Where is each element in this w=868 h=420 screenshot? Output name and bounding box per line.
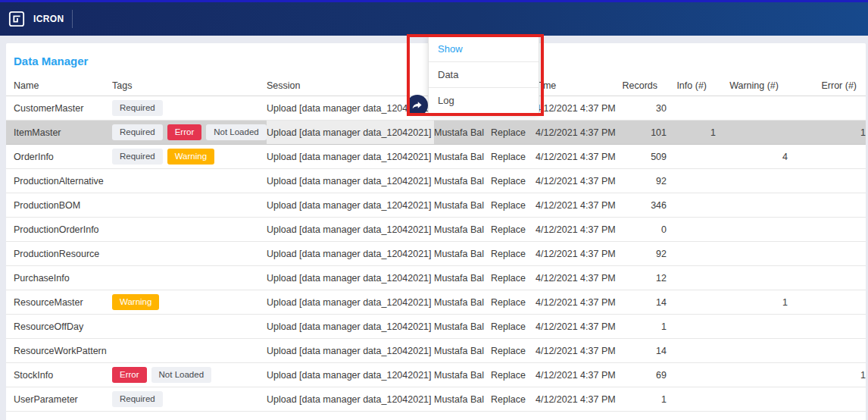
- table-row[interactable]: ProductionBOMUpload [data manager data_1…: [6, 193, 866, 218]
- cell-info: 1: [667, 127, 716, 138]
- table-row[interactable]: ResourceOffDayUpload [data manager data_…: [6, 315, 866, 339]
- tag-badge: Required: [112, 391, 163, 407]
- cell-time: 4/12/2021 4:37 PM: [535, 103, 621, 114]
- cell-time: 4/12/2021 4:37 PM: [535, 297, 621, 308]
- cell-time: 4/12/2021 4:37 PM: [535, 127, 621, 138]
- cell-records: 509: [621, 152, 667, 162]
- cell-user: Mustafa Bal: [434, 321, 491, 332]
- cell-records: 346: [621, 200, 667, 211]
- cell-records: 92: [621, 176, 667, 186]
- table-row[interactable]: ProductionAlternativeUpload [data manage…: [6, 169, 866, 193]
- menu-item-data[interactable]: Data: [429, 61, 539, 87]
- cell-mode: Replace: [491, 176, 535, 186]
- cell-tags: Warning: [112, 294, 267, 310]
- tag-badge: Not Loaded: [206, 124, 266, 140]
- column-header-warning[interactable]: Warning (#): [716, 80, 788, 91]
- column-header-records[interactable]: Records: [621, 80, 667, 91]
- table-row[interactable]: ResourceWorkPatternUpload [data manager …: [6, 339, 866, 363]
- column-header-error[interactable]: Error (#): [788, 80, 866, 91]
- cell-time: 4/12/2021 4:37 PM: [535, 394, 621, 405]
- cell-user: Mustafa Bal: [434, 394, 491, 405]
- tag-badge: Error: [112, 367, 147, 383]
- cell-warning: 4: [716, 152, 788, 162]
- cell-time: 4/12/2021 4:37 PM: [535, 273, 621, 284]
- tag-badge: Error: [167, 124, 202, 140]
- cell-mode: Replace: [491, 297, 535, 308]
- cell-records: 101: [621, 127, 667, 138]
- cell-user: Mustafa Bal: [434, 297, 491, 308]
- tag-badge: Not Loaded: [151, 367, 211, 383]
- cell-session: Upload [data manager data_12042021]: [267, 321, 434, 332]
- cell-name: ResourceWorkPattern: [14, 346, 112, 356]
- column-header-info[interactable]: Info (#): [667, 80, 716, 91]
- table-row[interactable]: StockInfoErrorNot LoadedUpload [data man…: [6, 363, 866, 387]
- cell-mode: Replace: [491, 249, 535, 259]
- top-navbar: ICRON: [0, 0, 868, 36]
- cell-tags: RequiredErrorNot Loaded: [112, 124, 267, 140]
- cell-tags: Required: [112, 100, 267, 116]
- cell-user: Mustafa Bal: [434, 346, 491, 356]
- cell-records: 1: [621, 394, 667, 405]
- cell-error: 1: [788, 127, 866, 138]
- cell-user: Mustafa Bal: [434, 370, 491, 381]
- cell-session: Upload [data manager data_12042021]: [267, 224, 434, 235]
- cell-session: Upload [data manager data_12042021]: [267, 200, 434, 211]
- cell-time: 4/12/2021 4:37 PM: [535, 200, 621, 211]
- menu-item-log[interactable]: Log: [429, 87, 539, 113]
- cell-session: Upload [data manager data_12042021]: [267, 297, 434, 308]
- cell-session: Upload [data manager data_12042021]: [267, 152, 434, 162]
- icron-logo-icon: [8, 10, 26, 28]
- tag-badge: Warning: [167, 149, 214, 165]
- context-menu: ShowDataLog: [428, 36, 539, 114]
- cell-tags: RequiredWarning: [112, 149, 267, 165]
- cell-name: ResourceOffDay: [14, 321, 112, 332]
- table-row[interactable]: PurchaseInfoUpload [data manager data_12…: [6, 266, 866, 290]
- table-body: CustomerMasterRequiredUpload [data manag…: [6, 96, 866, 412]
- table-row[interactable]: ItemMasterRequiredErrorNot LoadedUpload …: [6, 121, 866, 145]
- cell-records: 1: [621, 321, 667, 332]
- cell-name: CustomerMaster: [14, 103, 112, 114]
- cell-name: ProductionAlternative: [14, 176, 112, 186]
- cell-mode: Replace: [491, 127, 535, 138]
- cell-records: 0: [621, 224, 667, 235]
- tag-badge: Required: [112, 149, 163, 165]
- row-action-button[interactable]: [407, 95, 428, 116]
- cell-time: 4/12/2021 4:37 PM: [535, 152, 621, 162]
- cell-mode: Replace: [491, 152, 535, 162]
- cell-records: 30: [621, 103, 667, 114]
- cell-session: Upload [data manager data_12042021]: [267, 394, 434, 405]
- table-row[interactable]: ProductionResourceUpload [data manager d…: [6, 242, 866, 266]
- cell-time: 4/12/2021 4:37 PM: [535, 346, 621, 356]
- cell-mode: Replace: [491, 224, 535, 235]
- cell-session: Upload [data manager data_12042021]: [267, 346, 434, 356]
- column-header-session[interactable]: Session: [267, 80, 434, 91]
- cell-time: 4/12/2021 4:37 PM: [535, 249, 621, 259]
- cell-time: 4/12/2021 4:37 PM: [535, 176, 621, 186]
- cell-records: 12: [621, 273, 667, 284]
- cell-mode: Replace: [491, 370, 535, 381]
- table-row[interactable]: OrderInfoRequiredWarningUpload [data man…: [6, 145, 866, 169]
- cell-records: 92: [621, 249, 667, 259]
- cell-name: ProductionBOM: [14, 200, 112, 211]
- column-header-tags[interactable]: Tags: [112, 80, 267, 91]
- cell-name: PurchaseInfo: [14, 273, 112, 284]
- table-row[interactable]: ProductionOrderInfoUpload [data manager …: [6, 218, 866, 242]
- cell-user: Mustafa Bal: [434, 200, 491, 211]
- cell-mode: Replace: [491, 200, 535, 211]
- cell-name: ProductionOrderInfo: [14, 224, 112, 235]
- table-row[interactable]: UserParameterRequiredUpload [data manage…: [6, 387, 866, 412]
- cell-records: 14: [621, 346, 667, 356]
- share-arrow-icon: [411, 99, 423, 111]
- cell-session: Upload [data manager data_12042021]: [267, 121, 434, 144]
- cell-user: Mustafa Bal: [434, 176, 491, 186]
- cell-tags: Required: [112, 391, 267, 407]
- cell-records: 69: [621, 370, 667, 381]
- column-header-time[interactable]: Time: [535, 80, 621, 91]
- table-row[interactable]: ResourceMasterWarningUpload [data manage…: [6, 290, 866, 315]
- column-header-name[interactable]: Name: [14, 80, 112, 91]
- cell-user: Mustafa Bal: [434, 127, 491, 138]
- tag-badge: Warning: [112, 294, 159, 310]
- cell-mode: Replace: [491, 321, 535, 332]
- cell-user: Mustafa Bal: [434, 273, 491, 284]
- menu-item-show[interactable]: Show: [429, 36, 539, 61]
